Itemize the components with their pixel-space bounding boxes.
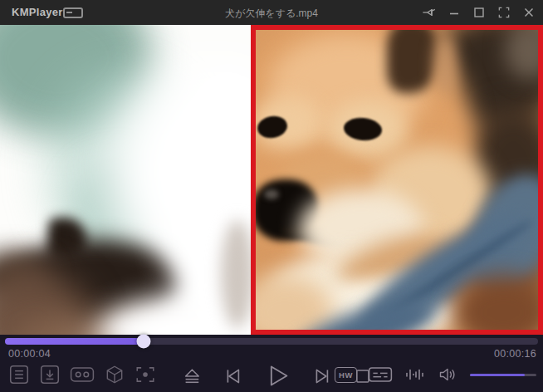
playlist-icon[interactable] bbox=[8, 364, 30, 385]
current-time: 00:00:04 bbox=[8, 348, 51, 360]
volume-slider[interactable] bbox=[470, 374, 536, 376]
maximize-icon[interactable] bbox=[472, 5, 487, 20]
seek-bar[interactable] bbox=[5, 338, 538, 345]
window-controls bbox=[422, 0, 536, 25]
previous-icon[interactable] bbox=[223, 365, 244, 387]
capture-zoom-icon[interactable] bbox=[135, 364, 156, 385]
always-on-top-pin-icon[interactable] bbox=[422, 5, 437, 20]
volume-fill bbox=[470, 374, 525, 376]
fullscreen-icon[interactable] bbox=[497, 5, 511, 20]
minimize-icon[interactable] bbox=[447, 5, 462, 20]
3d-video-icon[interactable] bbox=[104, 364, 125, 385]
subtitles-icon[interactable] bbox=[368, 365, 393, 384]
close-icon[interactable] bbox=[521, 5, 536, 20]
seek-fill bbox=[5, 338, 144, 345]
titlebar[interactable]: KMPlayer 犬が欠伸をする.mp4 bbox=[0, 0, 543, 25]
eject-icon[interactable] bbox=[182, 365, 203, 387]
vr-360-icon[interactable] bbox=[70, 364, 95, 385]
zoom-selection-rectangle[interactable] bbox=[251, 25, 543, 335]
total-time: 00:00:16 bbox=[494, 348, 536, 360]
control-bar: 00:00:04 00:00:16 bbox=[0, 335, 543, 392]
left-tool-group bbox=[8, 364, 156, 385]
kmplayer-window: KMPlayer 犬が欠伸をする.mp4 bbox=[0, 0, 543, 392]
play-icon[interactable] bbox=[264, 362, 291, 390]
dog-closeup-scene bbox=[256, 30, 538, 330]
buttons-row: HW bbox=[0, 362, 543, 389]
next-icon[interactable] bbox=[311, 365, 333, 387]
hardware-decoding-button[interactable]: HW bbox=[335, 367, 357, 383]
volume-icon[interactable] bbox=[438, 366, 459, 383]
download-icon[interactable] bbox=[39, 364, 61, 385]
right-tool-group: HW bbox=[335, 365, 536, 384]
video-frame[interactable] bbox=[0, 25, 543, 335]
seek-handle[interactable] bbox=[136, 335, 150, 349]
equalizer-icon[interactable] bbox=[404, 366, 427, 383]
